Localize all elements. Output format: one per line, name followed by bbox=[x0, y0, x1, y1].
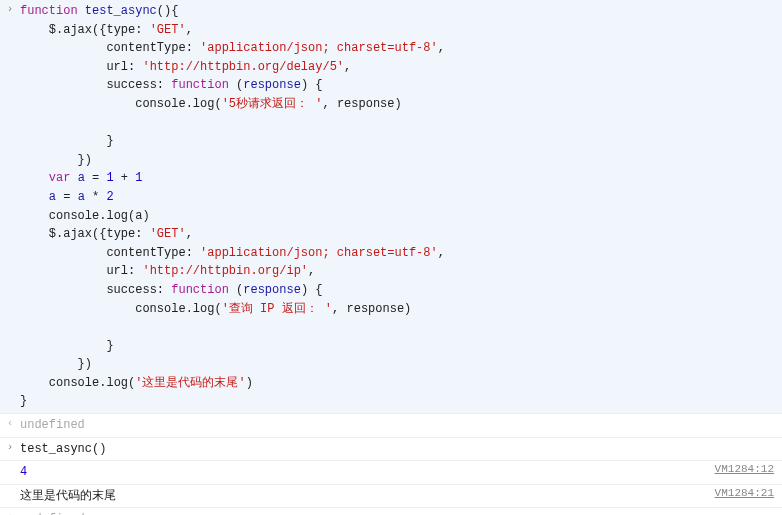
blank-gutter bbox=[0, 487, 20, 488]
output-marker-icon bbox=[0, 416, 20, 429]
console-result-undefined: undefined bbox=[0, 508, 782, 515]
console-input-call[interactable]: test_async() bbox=[0, 438, 782, 462]
output-marker-icon bbox=[0, 510, 20, 515]
source-link[interactable]: VM1284:21 bbox=[715, 487, 774, 499]
console-log-tail: 这里是代码的末尾 VM1284:21 bbox=[0, 485, 782, 509]
log-value-text: 这里是代码的末尾 bbox=[20, 487, 774, 506]
input-marker-icon bbox=[0, 440, 20, 453]
console-result-undefined: undefined bbox=[0, 414, 782, 438]
source-link[interactable]: VM1284:12 bbox=[715, 463, 774, 475]
console-log-number: 4 VM1284:12 bbox=[0, 461, 782, 485]
log-value-number: 4 bbox=[20, 463, 774, 482]
undefined-text: undefined bbox=[20, 510, 782, 515]
code-body: function test_async(){ $.ajax({type: 'GE… bbox=[20, 2, 782, 411]
blank-gutter bbox=[0, 463, 20, 464]
console-input-block[interactable]: function test_async(){ $.ajax({type: 'GE… bbox=[0, 0, 782, 414]
call-text: test_async() bbox=[20, 440, 782, 459]
undefined-text: undefined bbox=[20, 416, 782, 435]
input-marker-icon bbox=[0, 2, 20, 15]
devtools-console: function test_async(){ $.ajax({type: 'GE… bbox=[0, 0, 782, 515]
